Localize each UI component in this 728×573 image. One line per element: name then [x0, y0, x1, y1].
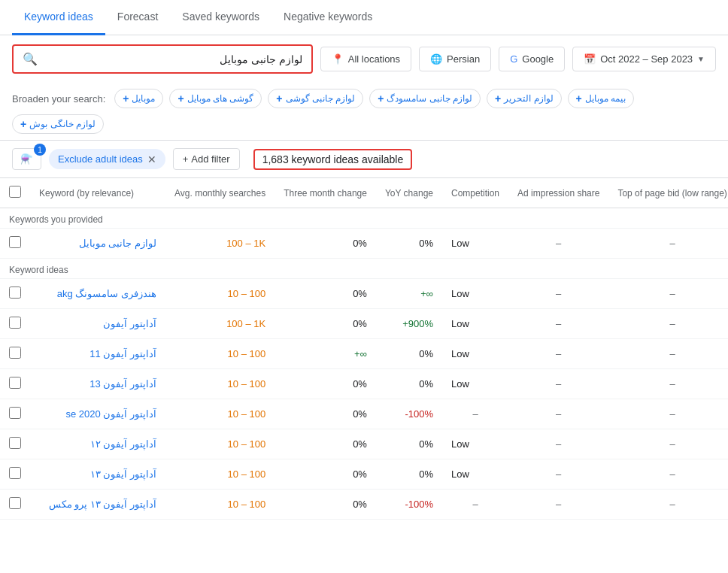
competition-cell: Low	[442, 369, 508, 399]
plus-icon: +	[123, 92, 129, 105]
table-row: آداپتور آیفون 1110 – 100+∞0%Low–––	[0, 339, 728, 369]
network-label: Google	[522, 53, 554, 65]
row-checkbox-ideas-7[interactable]	[9, 497, 21, 509]
header-keyword[interactable]: Keyword (by relevance)	[30, 178, 165, 208]
row-checkbox-ideas-4[interactable]	[9, 407, 21, 419]
search-input[interactable]	[44, 53, 302, 65]
funnel-icon: ⚗️	[20, 153, 33, 165]
keyword-cell[interactable]: آداپتور آیفون 13	[30, 369, 165, 399]
avg-cell: 100 – 1K	[165, 229, 275, 259]
remove-exclude-button[interactable]: ✕	[147, 154, 156, 165]
network-filter-button[interactable]: G Google	[499, 47, 565, 71]
row-checkbox-ideas-0[interactable]	[9, 286, 21, 299]
keyword-cell[interactable]: آداپتور آیفون ۱۳ پرو مکس	[30, 490, 165, 520]
date-range-label: Oct 2022 – Sep 2023	[600, 53, 693, 65]
keyword-cell[interactable]: آداپتور آیفون se 2020	[30, 399, 165, 429]
keyword-cell[interactable]: هندزفری سامسونگ akg	[30, 279, 165, 309]
add-filter-button[interactable]: + Add filter	[173, 148, 240, 170]
broaden-search-bar: Broaden your search: + موبایل + گوشی های…	[0, 83, 728, 141]
filter-badge-container: ⚗️ 1	[12, 148, 41, 170]
plus-icon: +	[276, 92, 282, 105]
three-month-cell: 0%	[275, 229, 376, 259]
keyword-cell[interactable]: آداپتور آیفون ۱۳	[30, 459, 165, 490]
language-filter-button[interactable]: 🌐 Persian	[419, 47, 491, 71]
keyword-cell[interactable]: آداپتور آیفون 11	[30, 339, 165, 369]
translate-icon: 🌐	[430, 53, 442, 65]
table-row: هندزفری سامسونگ akg10 – 1000%+∞Low–––	[0, 279, 728, 309]
section-header-ideas: Keyword ideas	[0, 259, 728, 279]
header-avg[interactable]: Avg. monthly searches	[165, 178, 275, 208]
location-label: All locations	[348, 53, 400, 65]
broaden-tag-label: لوازم جانبی گوشی	[286, 93, 356, 104]
keyword-cell[interactable]: آداپتور آیفون ۱۲	[30, 429, 165, 459]
plus-icon: +	[177, 92, 184, 105]
yoy-cell: 0%	[376, 459, 442, 490]
broaden-tag-label: بیمه موبایل	[585, 93, 626, 104]
tab-negative-keywords[interactable]: Negative keywords	[271, 0, 384, 35]
keyword-cell[interactable]: آداپتور آیفون	[30, 309, 165, 339]
broaden-tag-1[interactable]: + گوشی های موبایل	[169, 89, 262, 108]
search-container: 🔍	[12, 44, 313, 74]
chevron-down-icon: ▼	[697, 55, 705, 63]
row-checkbox-ideas-2[interactable]	[9, 347, 21, 359]
broaden-tag-5[interactable]: + بیمه موبایل	[568, 89, 635, 108]
avg-cell: 10 – 100	[165, 490, 275, 520]
tab-keyword-ideas[interactable]: Keyword ideas	[12, 0, 105, 35]
ad-impression-cell: –	[508, 369, 608, 399]
row-checkbox-ideas-3[interactable]	[9, 377, 21, 389]
broaden-tag-4[interactable]: + لوازم التحریر	[487, 89, 562, 108]
top-low-cell: –	[608, 490, 728, 520]
competition-cell: Low	[442, 279, 508, 309]
table-row: آداپتور آیفون se 202010 – 1000%-100%––––	[0, 399, 728, 429]
row-checkbox-ideas-6[interactable]	[9, 467, 21, 479]
tab-saved-keywords[interactable]: Saved keywords	[170, 0, 271, 35]
keyword-cell[interactable]: لوازم جانبی موبایل	[30, 229, 165, 259]
header-ad-impression[interactable]: Ad impression share	[508, 178, 608, 208]
row-checkbox-provided-0[interactable]	[9, 236, 21, 248]
location-filter-button[interactable]: 📍 All locations	[320, 47, 411, 71]
three-month-cell: 0%	[275, 279, 376, 309]
row-checkbox-ideas-5[interactable]	[9, 437, 21, 449]
ad-impression-cell: –	[508, 279, 608, 309]
ad-impression-cell: –	[508, 339, 608, 369]
ad-impression-cell: –	[508, 459, 608, 490]
top-low-cell: –	[608, 459, 728, 490]
broaden-tag-0[interactable]: + موبایل	[114, 89, 163, 108]
broaden-tag-6[interactable]: + لوازم خانگی بوش	[12, 114, 104, 134]
header-yoy[interactable]: YoY change	[376, 178, 442, 208]
broaden-tag-2[interactable]: + لوازم جانبی گوشی	[268, 89, 363, 108]
competition-cell: Low	[442, 309, 508, 339]
avg-cell: 10 – 100	[165, 279, 275, 309]
three-month-cell: 0%	[275, 490, 376, 520]
row-checkbox-ideas-1[interactable]	[9, 317, 21, 329]
plus-icon: +	[378, 92, 384, 105]
keyword-count-badge: 1,683 keyword ideas available	[253, 149, 413, 170]
yoy-cell: -100%	[376, 399, 442, 429]
plus-icon: +	[576, 92, 582, 105]
competition-cell: –	[442, 399, 508, 429]
top-low-cell: –	[608, 279, 728, 309]
yoy-cell: +∞	[376, 279, 442, 309]
three-month-cell: 0%	[275, 309, 376, 339]
three-month-cell: +∞	[275, 339, 376, 369]
top-low-cell: –	[608, 309, 728, 339]
tab-forecast[interactable]: Forecast	[105, 0, 170, 35]
competition-cell: Low	[442, 229, 508, 259]
table-row: آداپتور آیفون ۱۲10 – 1000%0%Low–––	[0, 429, 728, 459]
filter-bar: ⚗️ 1 Exclude adult ideas ✕ + Add filter …	[0, 141, 728, 178]
header-competition[interactable]: Competition	[442, 178, 508, 208]
yoy-cell: 0%	[376, 339, 442, 369]
select-all-checkbox[interactable]	[9, 186, 21, 198]
section-header-label: Keywords you provided	[0, 208, 728, 229]
date-range-button[interactable]: 📅 Oct 2022 – Sep 2023 ▼	[572, 47, 716, 71]
keyword-table-container: Keyword (by relevance) Avg. monthly sear…	[0, 178, 728, 520]
table-row: آداپتور آیفون ۱۳ پرو مکس10 – 1000%-100%–…	[0, 490, 728, 520]
table-row: لوازم جانبی موبایل100 – 1K0%0%Low–––	[0, 229, 728, 259]
header-top-low[interactable]: Top of page bid (low range)	[608, 178, 728, 208]
avg-cell: 10 – 100	[165, 339, 275, 369]
ad-impression-cell: –	[508, 309, 608, 339]
yoy-cell: -100%	[376, 490, 442, 520]
header-three-month[interactable]: Three month change	[275, 178, 376, 208]
yoy-cell: +900%	[376, 309, 442, 339]
broaden-tag-3[interactable]: + لوازم جانبی سامسودگ	[369, 89, 481, 108]
